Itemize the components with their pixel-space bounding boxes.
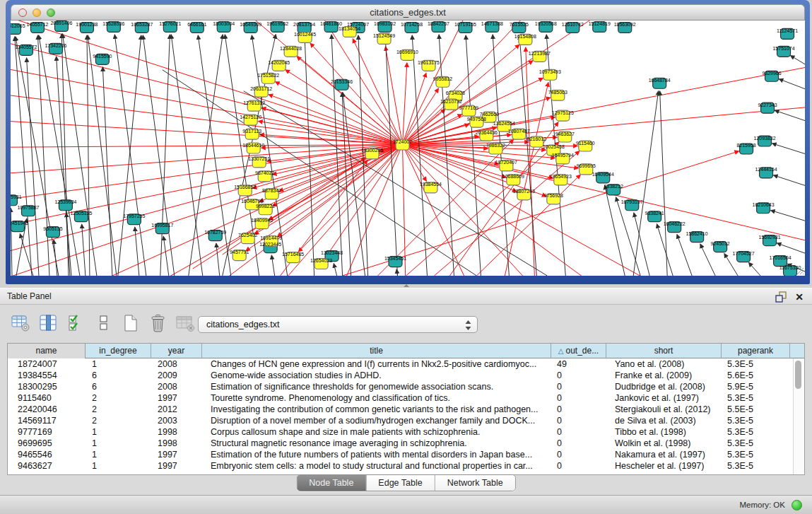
cell-short: Franke et al. (2009) [606, 370, 722, 381]
delete-table-disabled-button[interactable] [175, 314, 196, 334]
splitter-handle-icon[interactable] [404, 284, 409, 287]
close-panel-icon[interactable]: ✕ [795, 290, 804, 304]
graph-node-label: 16012445 [294, 32, 316, 37]
cell-pagerank: 5.3E-5 [722, 415, 790, 426]
table-row[interactable]: 1456911722003Disruption of a novel membe… [8, 415, 804, 426]
cell-title: Estimation of the future numbers of pati… [202, 449, 551, 460]
graph-edge [700, 244, 715, 276]
tab-network-table[interactable]: Network Table [435, 475, 515, 491]
graph-node-label: 16696910 [396, 49, 418, 54]
cell-out_degree: 0 [551, 404, 606, 415]
graph-node-label: 11451943 [11, 221, 28, 226]
graph-node-label: 15345451 [384, 256, 406, 261]
delete-table-disabled-icon [176, 314, 196, 334]
table-mode-button[interactable] [10, 314, 31, 334]
graph-edge [439, 35, 454, 276]
graph-edge [163, 236, 169, 276]
delete-column-button[interactable] [148, 314, 169, 334]
graph-edge [777, 243, 805, 253]
column-header-short[interactable]: short [606, 344, 722, 358]
graph-edge [269, 145, 402, 220]
network-window-titlebar[interactable]: citations_edges.txt [11, 4, 805, 21]
table-row[interactable]: 946362711997Embryonic stem cells: a mode… [8, 460, 804, 472]
show-column-button[interactable] [37, 314, 59, 334]
graph-node-label: 19320568 [535, 21, 557, 26]
select-columns-button[interactable] [65, 314, 86, 334]
column-header-pagerank[interactable]: pagerank [722, 344, 790, 358]
cell-in_degree: 6 [86, 370, 151, 381]
table-mode-icon [11, 314, 30, 334]
graph-node-label: 9338212 [604, 184, 623, 189]
table-type-tabs: Node TableEdge TableNetwork Table [296, 474, 515, 491]
graph-node-label: 1724007 [393, 139, 412, 144]
graph-node-label: 17515822 [257, 73, 279, 78]
graph-node-label: 17016504 [770, 255, 792, 260]
create-column-button[interactable] [120, 314, 141, 334]
graph-node-label: 10973493 [539, 69, 561, 74]
graph-node-label: 20153346 [331, 79, 353, 84]
table-row[interactable]: 969969511998Structural magnetic resonanc… [8, 438, 804, 449]
graph-edge [39, 35, 80, 276]
cell-out_degree: 0 [551, 381, 606, 392]
cell-name: 9463627 [8, 460, 86, 472]
graph-node-label: 18644610 [242, 143, 264, 148]
graph-edge [406, 142, 560, 276]
graph-edge [771, 210, 805, 221]
cell-title: Investigating the contribution of common… [202, 404, 551, 415]
graph-node-label: 20891406 [50, 21, 72, 25]
graph-node-label: 9955812 [433, 76, 452, 81]
cell-year: 2012 [151, 404, 202, 415]
cell-year: 1997 [151, 392, 202, 404]
table-selector[interactable]: citations_edges.txt [198, 316, 478, 333]
graph-node-label: 16793197 [621, 199, 643, 204]
graph-node-label: 9317113 [242, 129, 261, 134]
table-row[interactable]: 1938455462009Genome-wide association stu… [8, 370, 804, 381]
graph-node-label: 7615525 [510, 22, 529, 27]
table-scrollbar[interactable] [793, 358, 804, 474]
graph-node-label: 15495794 [552, 153, 574, 158]
tab-edge-table[interactable]: Edge Table [365, 475, 434, 491]
graph-node-label: 7485063 [548, 90, 567, 95]
resize-grip-icon[interactable] [795, 266, 804, 275]
cell-name: 9115460 [8, 392, 86, 404]
cell-pagerank: 5.6E-5 [722, 370, 790, 381]
graph-edge [20, 234, 33, 276]
graph-node-label: 15862410 [686, 231, 708, 236]
column-header-name[interactable]: name [8, 344, 86, 358]
graph-node-label: 7986322 [486, 144, 505, 148]
table-row[interactable]: 946554611997Estimation of the future num… [8, 449, 804, 460]
column-header-year[interactable]: year [151, 344, 202, 358]
graph-node-label: 9699695 [577, 163, 596, 168]
table-row[interactable]: 977716911998Corpus callosum shape and si… [8, 426, 804, 438]
table-row[interactable]: 1872400712008Changes of HCN gene express… [8, 358, 804, 370]
table-row[interactable]: 2242004622012Investigating the contribut… [8, 404, 804, 415]
graph-node-label: 13405572 [15, 45, 37, 49]
float-panel-icon[interactable] [775, 291, 787, 303]
graph-node-label: 18134054 [339, 26, 360, 31]
graph-node-label: 8878342 [262, 188, 281, 193]
graph-node-label: 18300295 [361, 148, 383, 153]
graph-node-label: 9777169 [459, 105, 478, 110]
graph-edge [779, 79, 805, 89]
table-body: 1872400712008Changes of HCN gene express… [8, 358, 804, 472]
graph-edge [88, 35, 117, 276]
row-format-button[interactable] [93, 314, 114, 334]
graph-node-label: 16649309 [240, 22, 261, 27]
graph-edge [118, 35, 141, 276]
tab-node-table[interactable]: Node Table [297, 475, 365, 491]
table-row[interactable]: 911546021997Tourette syndrome. Phenomeno… [8, 392, 804, 404]
cell-in_degree: 6 [86, 381, 151, 392]
network-graph[interactable]: 2061206514055712208914061900123815528536… [11, 21, 805, 276]
graph-node-label: 12610742 [562, 22, 584, 27]
cell-in_degree: 2 [86, 404, 151, 415]
column-header-title[interactable]: title [202, 344, 551, 358]
graph-edge [87, 35, 90, 276]
graph-node-label: 12093832 [754, 136, 776, 141]
column-header-in_degree[interactable]: in_degree [86, 344, 151, 358]
network-canvas[interactable]: 2061206514055712208914061900123815528536… [11, 21, 805, 276]
scrollbar-thumb[interactable] [795, 361, 801, 389]
table-row[interactable]: 1830029562008Estimation of significance … [8, 381, 804, 392]
column-header-out_degree[interactable]: △out_de... [551, 344, 606, 358]
cell-name: 22420046 [8, 404, 86, 415]
graph-node-label: 20813754 [293, 22, 315, 27]
